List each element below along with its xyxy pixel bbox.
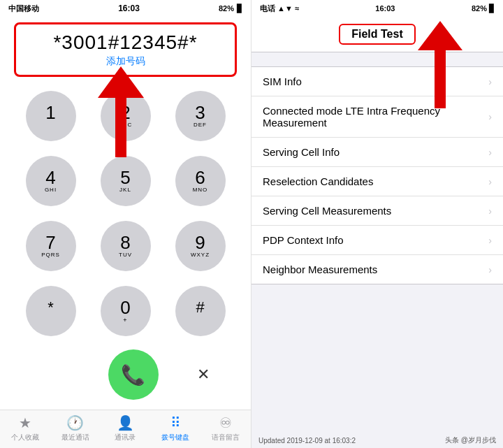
- voicemail-icon: ♾: [219, 414, 232, 431]
- key-4[interactable]: 4 GHI: [26, 156, 76, 206]
- contacts-icon: 👤: [117, 414, 134, 431]
- key-8[interactable]: 8 TUV: [101, 221, 151, 271]
- delete-icon: ✕: [197, 366, 210, 384]
- battery-percent-left: 82%: [219, 4, 234, 13]
- chevron-icon-sim: ›: [488, 76, 492, 87]
- dialer-number: *3001#12345#*: [27, 31, 224, 54]
- field-test-title: Field Test: [351, 28, 403, 40]
- menu-label-lte: Connected mode LTE Intra Frequency Measu…: [263, 105, 488, 129]
- right-bottom: Updated 2019-12-09 at 16:03:2 头条 @岁月步伐: [252, 433, 503, 448]
- menu-list: SIM Info › Connected mode LTE Intra Freq…: [252, 66, 503, 284]
- signal-icons: 电话 ▲▼ ≈: [260, 3, 299, 14]
- updated-text: Updated 2019-12-09 at 16:03:2: [258, 437, 356, 445]
- status-bar-right: 电话 ▲▼ ≈ 16:03 82% ▊: [252, 0, 503, 17]
- time-left: 16:03: [118, 3, 140, 13]
- key-0[interactable]: 0 +: [101, 286, 151, 336]
- favorites-icon: ★: [19, 414, 31, 431]
- nav-voicemail-label: 语音留言: [212, 433, 240, 442]
- menu-item-reselection[interactable]: Reselection Candidates ›: [252, 167, 503, 196]
- nav-keypad-label: 拨号键盘: [161, 433, 189, 442]
- key-hash[interactable]: #: [175, 286, 226, 336]
- key-7[interactable]: 7 PQRS: [26, 221, 76, 271]
- menu-label-serving-measurements: Serving Cell Measurements: [263, 205, 391, 217]
- chevron-icon-serving-measurements: ›: [488, 205, 492, 217]
- battery-left: 82% ▊: [219, 4, 242, 13]
- nav-keypad[interactable]: ⠿ 拨号键盘: [154, 414, 196, 442]
- field-test-title-box: Field Test: [339, 24, 416, 45]
- key-3[interactable]: 3 DEF: [175, 91, 226, 141]
- key-5[interactable]: 5 JKL: [101, 156, 151, 206]
- battery-right: 82% ▊: [472, 4, 495, 13]
- menu-item-sim-info[interactable]: SIM Info ›: [252, 67, 503, 96]
- menu-label-sim: SIM Info: [263, 75, 302, 87]
- menu-label-neighbor: Neighbor Measurements: [263, 263, 377, 275]
- nav-recents[interactable]: 🕐 最近通话: [54, 414, 96, 442]
- menu-label-pdp: PDP Context Info: [263, 234, 344, 246]
- key-2[interactable]: 2 ABC: [101, 91, 151, 141]
- menu-label-reselection: Reselection Candidates: [263, 175, 373, 187]
- time-right: 16:03: [375, 4, 395, 13]
- right-panel: 电话 ▲▼ ≈ 16:03 82% ▊ Field Test SIM Info …: [252, 0, 503, 448]
- nav-contacts[interactable]: 👤 通讯录: [104, 414, 146, 442]
- nav-voicemail[interactable]: ♾ 语音留言: [205, 414, 247, 442]
- nav-favorites-label: 个人收藏: [11, 433, 39, 442]
- chevron-icon-pdp: ›: [488, 235, 492, 246]
- nav-recents-label: 最近通话: [61, 433, 89, 442]
- battery-icon-left: ▊: [237, 4, 242, 13]
- chevron-icon-serving-info: ›: [488, 147, 492, 158]
- menu-item-neighbor[interactable]: Neighbor Measurements ›: [252, 255, 503, 284]
- call-row: 📞 ✕: [0, 347, 251, 410]
- nav-favorites[interactable]: ★ 个人收藏: [4, 414, 46, 442]
- menu-item-serving-cell-measurements[interactable]: Serving Cell Measurements ›: [252, 196, 503, 226]
- chevron-icon-reselection: ›: [488, 176, 492, 187]
- phone-icon: 📞: [121, 363, 145, 386]
- menu-item-connected-lte[interactable]: Connected mode LTE Intra Frequency Measu…: [252, 96, 503, 138]
- field-test-header: Field Test: [252, 17, 503, 52]
- watermark-text: 头条 @岁月步伐: [445, 435, 496, 445]
- recents-icon: 🕐: [66, 414, 84, 431]
- key-star[interactable]: *: [26, 286, 76, 336]
- status-bar-left: 中国移动 16:03 82% ▊: [0, 0, 251, 17]
- dialer-input-box[interactable]: *3001#12345#* 添加号码: [14, 22, 237, 77]
- key-6[interactable]: 6 MNO: [175, 156, 226, 206]
- key-1[interactable]: 1: [26, 91, 76, 141]
- nav-contacts-label: 通讯录: [115, 433, 136, 442]
- menu-label-serving-info: Serving Cell Info: [263, 146, 340, 158]
- bottom-nav: ★ 个人收藏 🕐 最近通话 👤 通讯录 ⠿ 拨号键盘 ♾ 语音留言: [0, 410, 251, 448]
- call-button[interactable]: 📞: [108, 349, 159, 400]
- menu-item-serving-cell-info[interactable]: Serving Cell Info ›: [252, 138, 503, 167]
- carrier-label: 中国移动: [8, 3, 39, 14]
- add-number-link[interactable]: 添加号码: [27, 55, 224, 68]
- menu-item-pdp[interactable]: PDP Context Info ›: [252, 226, 503, 255]
- delete-button[interactable]: ✕: [186, 357, 221, 392]
- left-panel: 中国移动 16:03 82% ▊ *3001#12345#* 添加号码 1 2 …: [0, 0, 252, 448]
- keypad-icon: ⠿: [170, 414, 181, 431]
- chevron-icon-lte: ›: [488, 111, 492, 122]
- chevron-icon-neighbor: ›: [488, 264, 492, 275]
- key-9[interactable]: 9 WXYZ: [175, 221, 226, 271]
- keypad: 1 2 ABC 3 DEF 4 GHI 5 JKL 6 MNO 7 PQRS 8: [0, 80, 251, 347]
